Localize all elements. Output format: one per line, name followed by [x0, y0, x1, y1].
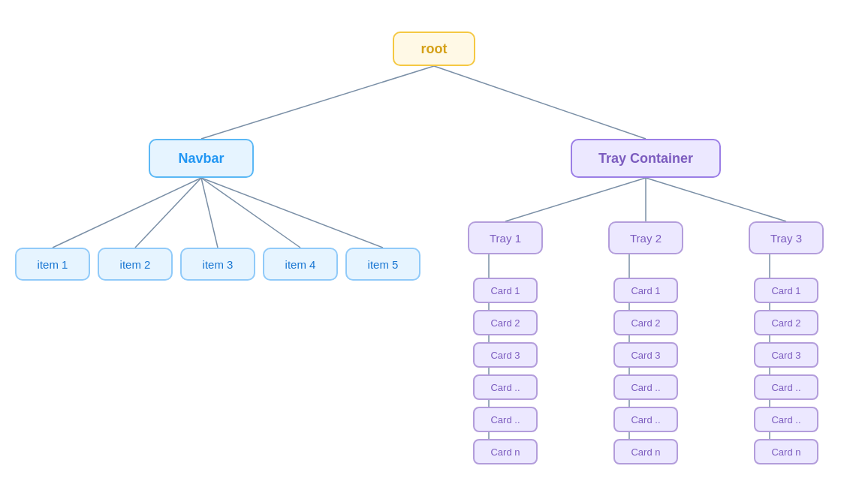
navbar-node: Navbar	[149, 139, 254, 178]
svg-line-6	[201, 178, 383, 248]
tray2-card-5-label: Card ..	[631, 414, 660, 425]
tray-2-label: Tray 2	[630, 232, 662, 245]
tray1-card-n: Card n	[473, 439, 538, 464]
tray3-card-2: Card 2	[754, 310, 818, 335]
svg-line-9	[646, 178, 786, 221]
tray2-card-2: Card 2	[613, 310, 678, 335]
nav-item-3: item 3	[180, 248, 255, 281]
tray3-card-1: Card 1	[754, 278, 818, 303]
nav-item-1: item 1	[15, 248, 90, 281]
tray3-card-5: Card ..	[754, 407, 818, 432]
root-node: root	[393, 32, 475, 66]
tray1-card-2-label: Card 2	[490, 317, 520, 329]
tray2-card-4: Card ..	[613, 374, 678, 400]
tray-container-label: Tray Container	[598, 151, 693, 167]
svg-line-4	[201, 178, 218, 248]
tray1-card-1-label: Card 1	[490, 285, 520, 296]
tray3-card-4-label: Card ..	[771, 382, 800, 393]
tray1-card-2: Card 2	[473, 310, 538, 335]
tray3-card-4: Card ..	[754, 374, 818, 400]
svg-line-7	[505, 178, 646, 221]
tray3-card-3: Card 3	[754, 342, 818, 368]
tray-2-node: Tray 2	[608, 221, 683, 254]
tray1-card-4-label: Card ..	[490, 382, 520, 393]
tray1-card-n-label: Card n	[490, 446, 520, 458]
tray2-card-1: Card 1	[613, 278, 678, 303]
tray-container-node: Tray Container	[571, 139, 721, 178]
tray2-card-3-label: Card 3	[631, 350, 660, 361]
nav-item-5: item 5	[345, 248, 420, 281]
tray3-card-5-label: Card ..	[771, 414, 800, 425]
tray1-card-5: Card ..	[473, 407, 538, 432]
nav-item-2: item 2	[98, 248, 173, 281]
nav-item-5-label: item 5	[368, 258, 399, 271]
tray3-card-n: Card n	[754, 439, 818, 464]
nav-item-4: item 4	[263, 248, 338, 281]
tray1-card-3-label: Card 3	[490, 350, 520, 361]
tray3-card-1-label: Card 1	[771, 285, 800, 296]
tray2-card-3: Card 3	[613, 342, 678, 368]
tray2-card-5: Card ..	[613, 407, 678, 432]
svg-line-3	[135, 178, 201, 248]
nav-item-1-label: item 1	[38, 258, 68, 271]
tray-1-node: Tray 1	[468, 221, 543, 254]
tray2-card-2-label: Card 2	[631, 317, 660, 329]
tray-1-label: Tray 1	[490, 232, 521, 245]
tray2-card-n-label: Card n	[631, 446, 660, 458]
svg-line-1	[434, 66, 646, 139]
nav-item-3-label: item 3	[203, 258, 234, 271]
tray1-card-1: Card 1	[473, 278, 538, 303]
tray2-card-1-label: Card 1	[631, 285, 660, 296]
tray1-card-4: Card ..	[473, 374, 538, 400]
tray-3-label: Tray 3	[770, 232, 802, 245]
svg-line-0	[201, 66, 434, 139]
tray2-card-4-label: Card ..	[631, 382, 660, 393]
nav-item-4-label: item 4	[285, 258, 316, 271]
tray2-card-n: Card n	[613, 439, 678, 464]
tray1-card-3: Card 3	[473, 342, 538, 368]
tray-3-node: Tray 3	[749, 221, 824, 254]
svg-line-5	[201, 178, 300, 248]
svg-line-2	[53, 178, 201, 248]
nav-item-2-label: item 2	[120, 258, 151, 271]
tray3-card-n-label: Card n	[771, 446, 800, 458]
navbar-label: Navbar	[178, 151, 224, 167]
tray3-card-3-label: Card 3	[771, 350, 800, 361]
tray1-card-5-label: Card ..	[490, 414, 520, 425]
root-label: root	[421, 41, 448, 57]
tray3-card-2-label: Card 2	[771, 317, 800, 329]
